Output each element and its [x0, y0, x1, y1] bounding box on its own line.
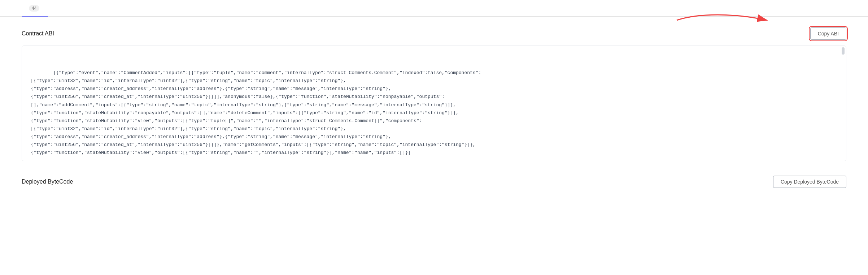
tab-number: 44 — [29, 5, 39, 12]
copy-bytecode-button[interactable]: Copy Deployed ByteCode — [773, 176, 846, 188]
page-container: 44 Contract ABI Copy ABI [{"type":"ev — [0, 0, 868, 213]
main-content: Contract ABI Copy ABI [{"type":"event","… — [0, 17, 868, 213]
scrollbar[interactable] — [842, 47, 845, 55]
deployed-bytecode-section: Deployed ByteCode Copy Deployed ByteCode — [22, 176, 846, 188]
abi-text: [{"type":"event","name":"CommentAdded","… — [31, 70, 481, 155]
tab-44[interactable]: 44 — [22, 0, 48, 17]
tab-bar: 44 — [0, 0, 868, 17]
deployed-bytecode-title: Deployed ByteCode — [22, 179, 73, 185]
contract-abi-section: Contract ABI Copy ABI [{"type":"event","… — [22, 27, 846, 161]
abi-content-box: [{"type":"event","name":"CommentAdded","… — [22, 46, 846, 161]
contract-abi-title: Contract ABI — [22, 30, 54, 37]
deployed-bytecode-header: Deployed ByteCode Copy Deployed ByteCode — [22, 176, 846, 188]
contract-abi-header: Contract ABI Copy ABI — [22, 27, 846, 40]
copy-abi-button[interactable]: Copy ABI — [810, 27, 846, 40]
